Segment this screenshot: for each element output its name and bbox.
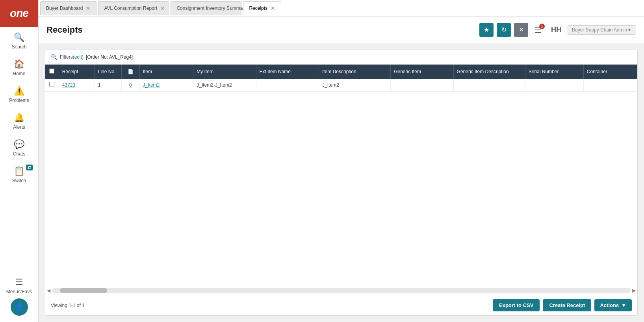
sidebar-item-alerts[interactable]: 🔔 Alerts [0, 107, 38, 134]
main-content: Buyer Dashboard ✕ AVL Consumption Report… [39, 0, 644, 322]
scroll-right-icon[interactable]: ▶ [632, 288, 636, 293]
switch-icon: 📋 [14, 166, 24, 176]
create-receipt-button[interactable]: Create Receipt [543, 299, 591, 311]
row-myitem: J_Item2-J_Item2 [193, 79, 256, 92]
filters-row: 🔍 Filters (edit) [Order No: AVL_Reg4] [45, 50, 637, 65]
warning-icon: ⚠️ [14, 86, 24, 96]
sidebar-item-label: Chats [13, 151, 25, 157]
row-checkbox-cell[interactable] [45, 79, 59, 92]
col-genitem: Generic Item [391, 65, 453, 79]
row-doc: 0 [122, 79, 140, 92]
star-icon: ★ [484, 26, 489, 33]
col-lineno: Line No [95, 65, 121, 79]
sidebar-item-search[interactable]: 🔍 Search [0, 27, 38, 54]
search-icon: 🔍 [14, 32, 24, 43]
sidebar-item-label: Search [11, 44, 26, 50]
sidebar-item-problems[interactable]: ⚠️ Problems [0, 80, 38, 107]
actions-label: Actions [600, 302, 619, 308]
chat-icon: 💬 [14, 139, 24, 150]
scroll-thumb[interactable] [60, 288, 107, 293]
item-link[interactable]: J_Item2 [143, 82, 160, 88]
sidebar-item-label: Menus/Favs [6, 289, 32, 294]
switch-badge: ⇄ [26, 165, 33, 170]
tab-label: Buyer Dashboard [46, 6, 83, 11]
row-itemdesc: J_Item2 [319, 79, 391, 92]
row-checkbox[interactable] [49, 82, 54, 87]
actions-dropdown-arrow-icon: ▼ [621, 302, 626, 308]
scroll-left-icon[interactable]: ◀ [47, 288, 50, 293]
user-avatar[interactable]: 👤 [11, 298, 28, 316]
table-header-row: Receipt Line No 📄 Item My Item Ext Item … [45, 65, 637, 79]
filter-icon: 🔍 [51, 54, 58, 60]
col-extitem: Ext Item Name [256, 65, 319, 79]
sidebar-item-menus[interactable]: ☰ Menus/Favs [0, 272, 38, 298]
user-dropdown[interactable]: Buyer Suppy Chain Admin ▼ [568, 25, 636, 35]
row-serial [525, 79, 583, 92]
doc-icon: 📄 [128, 69, 134, 74]
home-icon: 🏠 [14, 59, 24, 69]
tab-close-icon[interactable]: ✕ [86, 6, 91, 11]
col-receipt: Receipt [59, 65, 95, 79]
sidebar-item-switch[interactable]: 📋 Switch ⇄ [0, 161, 38, 187]
receipts-table: Receipt Line No 📄 Item My Item Ext Item … [45, 65, 637, 92]
header-actions: ★ ↻ ✕ ☰ 1 HH Buyer Suppy Chain Admin ▼ [479, 23, 636, 37]
user-role: Buyer Suppy Chain Admin [572, 27, 627, 33]
col-serial: Serial Number [525, 65, 583, 79]
col-gendesc: Generic Item Description [453, 65, 525, 79]
col-myitem: My Item [193, 65, 256, 79]
content-area: 🔍 Filters (edit) [Order No: AVL_Reg4] Re… [39, 43, 644, 322]
bell-icon: 🔔 [14, 113, 24, 123]
tab-avl-report[interactable]: AVL Consumption Report ✕ [98, 1, 169, 15]
sidebar: one 🔍 Search 🏠 Home ⚠️ Problems 🔔 Alerts… [0, 0, 39, 322]
row-item: J_Item2 [139, 79, 193, 92]
tab-close-icon[interactable]: ✕ [160, 6, 165, 11]
row-container [583, 79, 637, 92]
sidebar-item-home[interactable]: 🏠 Home [0, 54, 38, 80]
refresh-button[interactable]: ↻ [497, 23, 511, 37]
star-button[interactable]: ★ [479, 23, 494, 37]
row-receipt: 43723 [59, 79, 95, 92]
receipt-link[interactable]: 43723 [62, 82, 75, 88]
row-extitem [256, 79, 319, 92]
tab-label: Consignment Inventory Summar... [176, 6, 248, 11]
col-container: Container [583, 65, 637, 79]
tab-consignment[interactable]: Consignment Inventory Summar... ✕ [171, 1, 241, 15]
close-icon: ✕ [519, 26, 524, 33]
table-wrapper[interactable]: Receipt Line No 📄 Item My Item Ext Item … [45, 65, 637, 286]
sidebar-bottom: ☰ Menus/Favs 👤 [0, 272, 38, 322]
filters-edit-link[interactable]: (edit) [73, 54, 84, 60]
tab-buyer-dashboard[interactable]: Buyer Dashboard ✕ [40, 1, 97, 15]
col-item: Item [139, 65, 193, 79]
row-gendesc [453, 79, 525, 92]
refresh-icon: ↻ [501, 26, 507, 33]
col-doc: 📄 [122, 65, 140, 79]
actions-dropdown-button[interactable]: Actions ▼ [594, 299, 632, 311]
menu-button[interactable]: ☰ 1 [531, 24, 545, 36]
tab-label: Receipts [249, 6, 267, 11]
tab-receipts[interactable]: Receipts ✕ [243, 1, 281, 15]
user-initials: HH [551, 26, 561, 34]
sidebar-item-chats[interactable]: 💬 Chats [0, 134, 38, 161]
app-logo[interactable]: one [0, 0, 38, 27]
footer: Viewing 1-1 of 1 Export to CSV Create Re… [45, 295, 637, 315]
menu-badge: 1 [539, 24, 545, 29]
menu-icon: ☰ [15, 277, 23, 287]
table-row: 43723 1 0 J_Item2 J_Item2-J_Item2 J_Item… [45, 79, 637, 92]
dropdown-arrow-icon: ▼ [627, 27, 632, 33]
row-genitem [391, 79, 453, 92]
close-button[interactable]: ✕ [514, 23, 528, 37]
tab-close-icon[interactable]: ✕ [271, 6, 275, 11]
col-checkbox [45, 65, 59, 79]
avatar-icon: 👤 [15, 303, 24, 311]
select-all-checkbox[interactable] [49, 68, 54, 74]
page-header: Receipts ★ ↻ ✕ ☰ 1 HH Buyer Suppy Chain … [39, 17, 644, 43]
sidebar-item-label: Alerts [13, 124, 25, 130]
sidebar-item-label: Problems [9, 98, 29, 103]
sidebar-item-label: Switch [12, 178, 26, 183]
export-csv-button[interactable]: Export to CSV [493, 299, 540, 311]
tab-label: AVL Consumption Report [104, 6, 157, 11]
tab-bar: Buyer Dashboard ✕ AVL Consumption Report… [39, 0, 644, 17]
doc-count[interactable]: 0 [129, 82, 132, 88]
filters-label: Filters [60, 54, 73, 60]
footer-actions: Export to CSV Create Receipt Actions ▼ [493, 299, 632, 311]
